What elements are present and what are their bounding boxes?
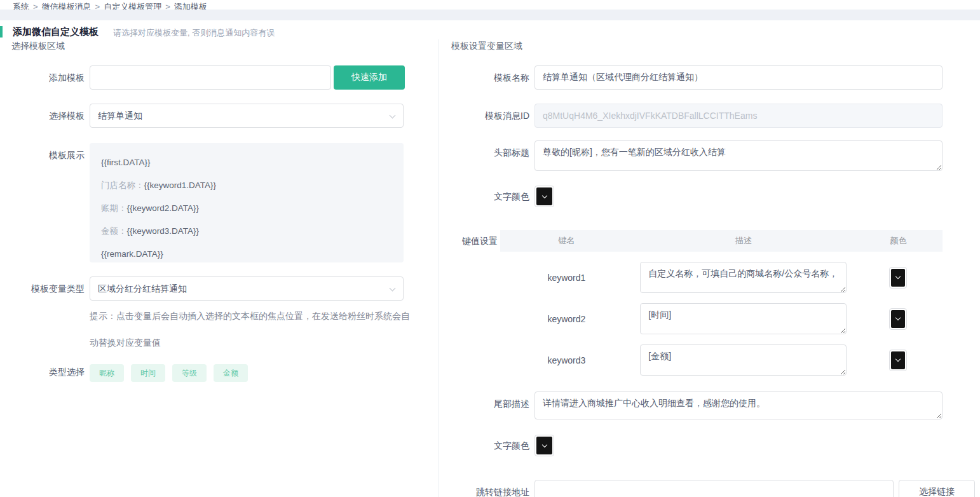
jump-link-input[interactable]	[534, 480, 894, 497]
kv-table-header: 键名 描述 颜色	[500, 230, 943, 252]
variable-tip-text: 提示：点击变量后会自动插入选择的文本框的焦点位置，在发送给粉丝时系统会自动替换对…	[90, 303, 411, 356]
type-select-label: 类型选择	[0, 362, 85, 381]
footer-desc-textarea[interactable]: 详情请进入商城推广中心收入明细查看，感谢您的使用。	[534, 391, 943, 419]
kv-keyname: keyword3	[500, 355, 633, 365]
kv-header-color: 颜色	[854, 235, 943, 247]
chevron-down-icon	[895, 357, 901, 362]
template-name-input[interactable]	[534, 65, 943, 90]
text-color-top-label: 文字颜色	[445, 186, 529, 207]
kv-keyname: keyword1	[500, 273, 633, 283]
select-template-value: 结算单通知	[98, 111, 142, 121]
title-accent-bar	[0, 26, 3, 37]
kv-color-picker[interactable]	[889, 267, 907, 289]
variable-type-label: 模板变量类型	[0, 276, 85, 301]
right-section-title: 模板设置变量区域	[451, 41, 522, 52]
kv-row-keyword3: keyword3 [金额]	[500, 344, 943, 376]
select-link-button[interactable]: 选择链接	[899, 480, 975, 497]
color-swatch	[891, 351, 905, 369]
select-template-dropdown[interactable]: 结算单通知	[90, 104, 404, 128]
chevron-down-icon	[541, 442, 547, 447]
jump-link-label: 跳转链接地址	[445, 480, 529, 497]
preview-line: {{first.DATA}}	[101, 151, 392, 174]
variable-type-dropdown[interactable]: 区域分红分红结算通知	[90, 276, 404, 301]
variable-type-value: 区域分红分红结算通知	[98, 283, 187, 294]
template-id-label: 模板消息ID	[445, 104, 529, 128]
left-section-title: 选择模板区域	[11, 41, 65, 52]
template-preview-box: {{first.DATA}} 门店名称：{{keyword1.DATA}} 账期…	[90, 143, 404, 262]
page-title-hint: 请选择对应模板变量, 否则消息通知内容有误	[113, 27, 275, 39]
footer-desc-label: 尾部描述	[445, 391, 529, 416]
chevron-down-icon	[895, 274, 901, 279]
add-template-input[interactable]	[90, 65, 331, 90]
color-swatch	[536, 187, 552, 205]
template-preview-label: 模板展示	[0, 143, 85, 167]
chevron-down-icon	[541, 193, 547, 198]
preview-line: 门店名称：{{keyword1.DATA}}	[101, 174, 392, 197]
color-swatch	[536, 437, 552, 454]
kv-settings-label: 键值设置	[445, 230, 498, 252]
chevron-down-icon	[390, 112, 396, 119]
chevron-down-icon	[390, 285, 396, 292]
color-swatch	[891, 310, 905, 328]
page-title: 添加微信自定义模板	[13, 26, 99, 38]
text-color-bottom-picker[interactable]	[534, 435, 554, 456]
preview-line: 账期：{{keyword2.DATA}}	[101, 197, 392, 220]
type-tag-level[interactable]: 等级	[172, 364, 207, 382]
color-swatch	[891, 269, 905, 287]
template-id-input	[534, 104, 943, 128]
quick-add-button[interactable]: 快速添加	[334, 65, 405, 90]
type-tag-amount[interactable]: 金额	[214, 364, 248, 382]
column-divider	[439, 39, 439, 497]
kv-row-keyword2: keyword2 [时间]	[500, 303, 943, 334]
text-color-bottom-label: 文字颜色	[445, 435, 529, 456]
chevron-down-icon	[895, 315, 901, 320]
kv-color-picker[interactable]	[889, 350, 907, 371]
kv-description-textarea[interactable]: 自定义名称，可填自己的商城名称/公众号名称，	[640, 262, 847, 293]
add-template-label: 添加模板	[0, 65, 85, 90]
text-color-top-picker[interactable]	[534, 186, 554, 207]
header-divider-band	[0, 10, 980, 20]
kv-row-keyword1: keyword1 自定义名称，可填自己的商城名称/公众号名称，	[500, 262, 943, 293]
kv-description-textarea[interactable]: [时间]	[640, 303, 847, 334]
header-title-textarea[interactable]: 尊敬的[昵称]，您有一笔新的区域分红收入结算	[534, 140, 943, 171]
preview-line: 金额：{{keyword3.DATA}}	[101, 220, 392, 243]
preview-line: {{remark.DATA}}	[101, 243, 392, 266]
kv-header-keyname: 键名	[500, 235, 633, 247]
template-name-label: 模板名称	[445, 65, 529, 90]
kv-description-textarea[interactable]: [金额]	[640, 344, 847, 376]
header-title-label: 头部标题	[445, 140, 529, 165]
kv-color-picker[interactable]	[889, 308, 907, 330]
kv-settings-table: 键名 描述 颜色 keyword1 自定义名称，可填自己的商城名称/公众号名称，…	[500, 230, 943, 376]
select-template-label: 选择模板	[0, 104, 85, 128]
type-tag-time[interactable]: 时间	[131, 364, 165, 382]
kv-header-description: 描述	[633, 235, 854, 247]
kv-keyname: keyword2	[500, 314, 633, 324]
type-tag-list: 昵称 时间 等级 金额	[90, 364, 255, 382]
type-tag-nickname[interactable]: 昵称	[90, 364, 124, 382]
